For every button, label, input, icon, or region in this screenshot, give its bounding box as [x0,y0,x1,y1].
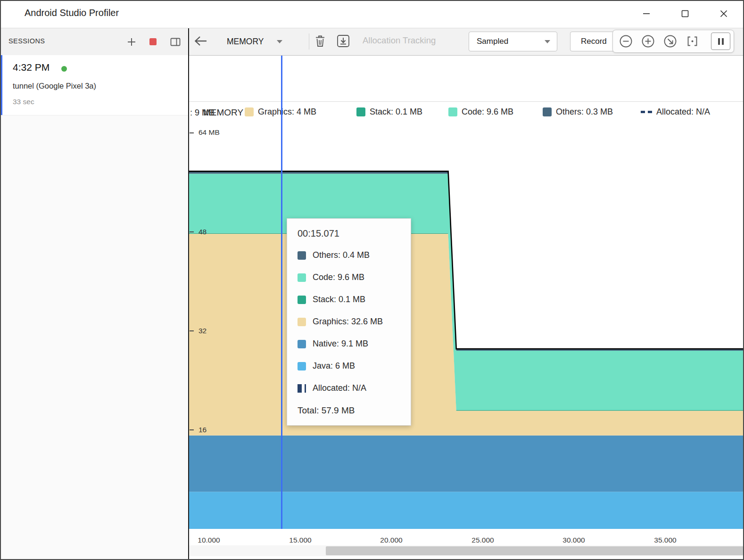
tooltip-label-native: Native: 9.1 MB [313,339,368,349]
tooltip-swatch-stack [298,296,306,304]
chevron-down-icon [545,40,550,43]
x-tick-label: 20.000 [372,536,410,544]
collapse-panel-icon [170,38,181,46]
session-selected-bar [0,55,2,115]
y-tick-mark [190,132,194,133]
y-tick-mark [190,330,194,331]
tooltip-row-allocated: Allocated: N/A [298,383,400,393]
heap-dump-button[interactable] [336,34,350,48]
memory-chart[interactable] [189,55,744,560]
back-button[interactable] [194,35,208,47]
session-device: tunnel (Google Pixel 3a) [13,82,96,91]
sidebar-separator [188,28,189,560]
close-icon [720,10,727,17]
stop-icon [149,38,157,45]
sessions-panel: SESSIONS 4:32 PM tunnel (Google Pixel 3a… [0,28,188,560]
legend-label-others: Others: 0.3 MB [556,107,613,117]
memory-stage-label: MEMORY [203,107,243,118]
tooltip-row-code: Code: 9.6 MB [298,272,400,282]
chart-area-java [189,492,744,529]
tooltip-swatch-others [298,251,306,260]
session-item[interactable]: 4:32 PM tunnel (Google Pixel 3a) 33 sec [0,55,188,115]
x-tick-label: 10.000 [190,536,228,544]
reset-zoom-button[interactable] [663,34,678,49]
stage-dropdown[interactable]: MEMORY [223,33,286,50]
scrollbar-thumb[interactable] [326,546,744,555]
tooltip-row-java: Java: 6 MB [298,361,400,371]
tooltip-label-code: Code: 9.6 MB [313,272,364,282]
timeline-indicator[interactable] [281,55,282,529]
tooltip-swatch-native [298,340,306,348]
title-bar: Android Studio Profiler [0,0,744,28]
session-time: 4:32 PM [13,62,50,73]
legend-item-allocated: Allocated: N/A [641,107,710,117]
frame-selection-icon [685,34,700,49]
legend-item-stack: Stack: 0.1 MB [356,107,422,117]
tooltip-swatch-allocated [298,384,306,393]
window-controls [627,0,743,28]
garbage-collection-button[interactable] [314,34,327,48]
zoom-in-icon [641,34,655,49]
stage-dropdown-label: MEMORY [227,37,264,47]
pause-icon [717,37,725,46]
legend-item-code: Code: 9.6 MB [448,107,513,117]
legend-swatch-allocated [641,111,652,113]
session-duration: 33 sec [13,98,34,106]
tooltip-swatch-java [298,362,306,371]
tooltip-row-native: Native: 9.1 MB [298,339,400,349]
legend-item-others: Others: 0.3 MB [543,107,613,117]
stop-session-button[interactable] [149,38,157,45]
chart-top-divider [189,101,744,102]
window-title: Android Studio Profiler [25,8,119,18]
tooltip-row-stack: Stack: 0.1 MB [298,295,400,305]
add-session-button[interactable] [127,38,136,46]
tooltip-swatch-graphics [298,318,306,326]
chevron-down-icon [277,40,282,43]
tracking-mode-select[interactable]: Sampled [469,32,557,51]
close-button[interactable] [704,0,743,27]
heap-dump-icon [336,34,350,48]
x-tick-label: 25.000 [464,536,502,544]
sessions-title: SESSIONS [8,37,45,45]
legend-label-graphics: Graphics: 4 MB [258,107,316,117]
chart-legend: : 9 MB MEMORY Graphics: 4 MB Stack: 0.1 … [189,107,744,119]
y-max-label: 64 MB [198,128,220,137]
x-tick-label: 30.000 [555,536,593,544]
y-tick-label-32: 32 [198,327,207,335]
maximize-button[interactable] [666,0,704,27]
horizontal-scrollbar[interactable] [189,545,744,556]
y-tick-mark [190,429,194,430]
sessions-header: SESSIONS [0,28,188,56]
record-button-label: Record [581,37,607,46]
tooltip-label-stack: Stack: 0.1 MB [313,295,365,305]
tooltip-label-graphics: Graphics: 32.6 MB [313,317,383,327]
y-tick-mark [190,231,194,232]
legend-label-code: Code: 9.6 MB [462,107,513,117]
zoom-to-selection-button[interactable] [685,34,700,49]
legend-swatch-stack [356,107,365,116]
y-tick-label-16: 16 [198,426,207,434]
zoom-out-icon [619,34,633,49]
tooltip-label-java: Java: 6 MB [313,361,355,371]
minimize-button[interactable] [627,0,666,27]
plus-icon [127,38,136,46]
legend-swatch-graphics [245,107,254,116]
tooltip-row-others: Others: 0.4 MB [298,250,400,260]
tooltip-total: Total: 57.9 MB [298,405,400,416]
zoom-controls-panel [612,30,734,53]
tracking-mode-value: Sampled [477,37,508,46]
profiler-toolbar: MEMORY Allocation Tracking Sampled [189,28,744,56]
back-arrow-icon [194,35,208,47]
sessions-panel-toggle-button[interactable] [170,38,181,46]
x-tick-label: 35.000 [646,536,684,544]
tooltip-label-others: Others: 0.4 MB [313,250,370,260]
memory-chart-pane: : 9 MB MEMORY Graphics: 4 MB Stack: 0.1 … [189,55,744,560]
profiler-window: Android Studio Profiler SESSIONS [0,0,744,560]
pause-live-button[interactable] [711,33,730,50]
legend-label-stack: Stack: 0.1 MB [370,107,422,117]
zoom-in-button[interactable] [641,34,655,49]
legend-label-allocated: Allocated: N/A [656,107,710,117]
zoom-out-button[interactable] [619,34,633,49]
toolbar-separator [309,33,309,49]
chart-area-native [189,436,744,492]
